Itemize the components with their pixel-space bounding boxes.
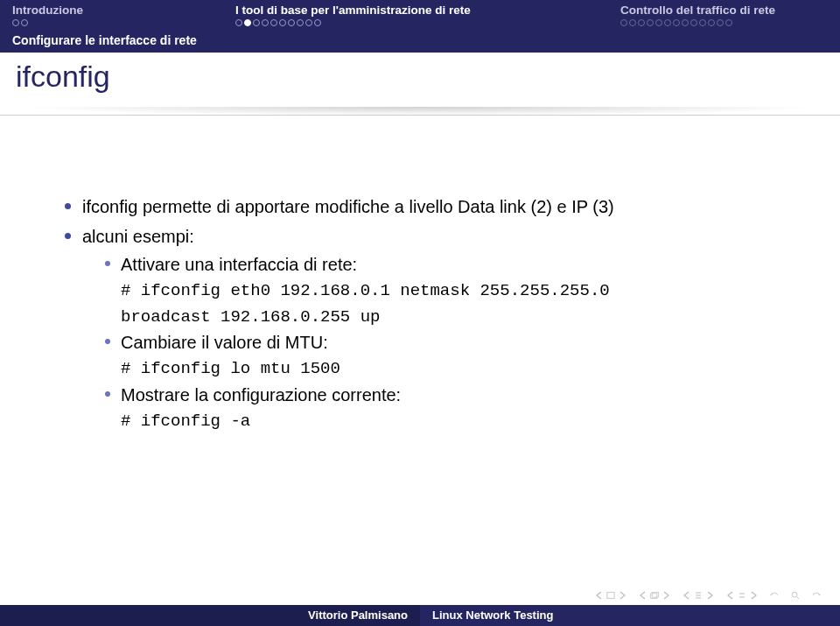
nav-search-icon[interactable] xyxy=(791,591,800,600)
section-nav: Introduzione I tool di base per l'ammini… xyxy=(0,0,840,18)
slide-footer: Vittorio Palmisano Linux Network Testing xyxy=(0,605,840,626)
svg-rect-1 xyxy=(651,594,657,599)
example-label: Attivare una interfaccia di rete: xyxy=(121,255,357,274)
command-text: # ifconfig -a xyxy=(121,411,250,431)
nav-goto-back[interactable] xyxy=(770,591,779,600)
sub-bullet-item: Mostrare la configurazione corrente: # i… xyxy=(103,383,779,433)
sub-bullet-item: Attivare una interfaccia di rete: # ifco… xyxy=(103,252,779,328)
title-area: ifconfig xyxy=(0,53,840,116)
svg-point-8 xyxy=(792,592,797,597)
progress-dots xyxy=(0,18,840,30)
nav-subsection-back-forward[interactable] xyxy=(682,591,714,600)
nav-section-3[interactable]: Controllo del traffico di rete xyxy=(620,4,775,17)
sub-bullet-item: Cambiare il valore di MTU: # ifconfig lo… xyxy=(103,330,779,381)
nav-section-2[interactable]: I tool di base per l'amministrazione di … xyxy=(235,4,471,17)
nav-section-back-forward[interactable] xyxy=(726,591,758,600)
nav-slide-back-forward[interactable] xyxy=(595,591,626,600)
nav-section-1[interactable]: Introduzione xyxy=(12,4,83,17)
command-text: # ifconfig eth0 192.168.0.1 netmask 255.… xyxy=(121,281,610,300)
svg-line-9 xyxy=(797,597,800,600)
command-text: # ifconfig lo mtu 1500 xyxy=(121,359,340,378)
slide-header: Introduzione I tool di base per l'ammini… xyxy=(0,0,840,53)
footer-title: Linux Network Testing xyxy=(420,605,840,626)
beamer-nav-icons xyxy=(595,591,821,600)
bullet-item: ifconfig permette di apportare modifiche… xyxy=(61,194,779,219)
footer-author: Vittorio Palmisano xyxy=(0,605,420,626)
slide-title: ifconfig xyxy=(16,60,824,94)
subsection-label: Configurare le interfacce di rete xyxy=(0,30,840,53)
example-label: Cambiare il valore di MTU: xyxy=(121,333,328,352)
nav-goto-forward[interactable] xyxy=(812,591,821,600)
command-text: broadcast 192.168.0.255 up xyxy=(121,307,380,327)
slide-content: ifconfig permette di apportare modifiche… xyxy=(0,116,840,433)
example-label: Mostrare la configurazione corrente: xyxy=(121,385,401,404)
svg-rect-2 xyxy=(652,592,658,597)
bullet-text: alcuni esempi: xyxy=(82,227,194,246)
nav-frame-back-forward[interactable] xyxy=(639,591,670,600)
svg-rect-0 xyxy=(607,593,614,599)
bullet-item: alcuni esempi: Attivare una interfaccia … xyxy=(61,224,779,433)
